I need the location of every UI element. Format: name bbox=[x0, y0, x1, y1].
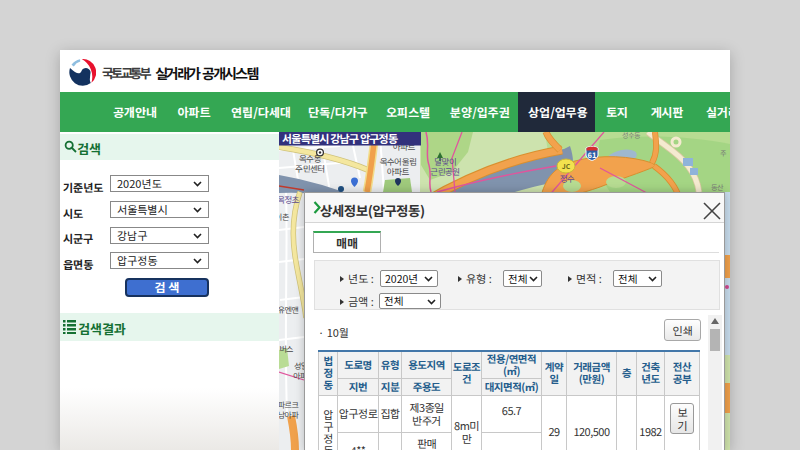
svg-text:주: 주 bbox=[720, 148, 727, 158]
svg-text:61: 61 bbox=[588, 149, 597, 160]
svg-text:남아파: 남아파 bbox=[279, 409, 299, 420]
svg-text:유엔앤: 유엔앤 bbox=[279, 304, 298, 315]
svg-text:옥정초: 옥정초 bbox=[279, 193, 300, 205]
svg-text:동산: 동산 bbox=[711, 182, 724, 192]
svg-text:JC: JC bbox=[562, 161, 571, 171]
svg-text:정수: 정수 bbox=[560, 172, 575, 184]
svg-text:성수동: 성수동 bbox=[622, 132, 641, 140]
svg-text:버스: 버스 bbox=[279, 343, 293, 354]
svg-text:근린공원: 근린공원 bbox=[430, 165, 459, 177]
svg-text:이촌: 이촌 bbox=[279, 211, 289, 222]
svg-text:서울특별시 강남구 압구정동: 서울특별시 강남구 압구정동 bbox=[282, 132, 398, 146]
svg-text:주민센터: 주민센터 bbox=[295, 162, 324, 174]
svg-text:아파트: 아파트 bbox=[387, 165, 410, 177]
